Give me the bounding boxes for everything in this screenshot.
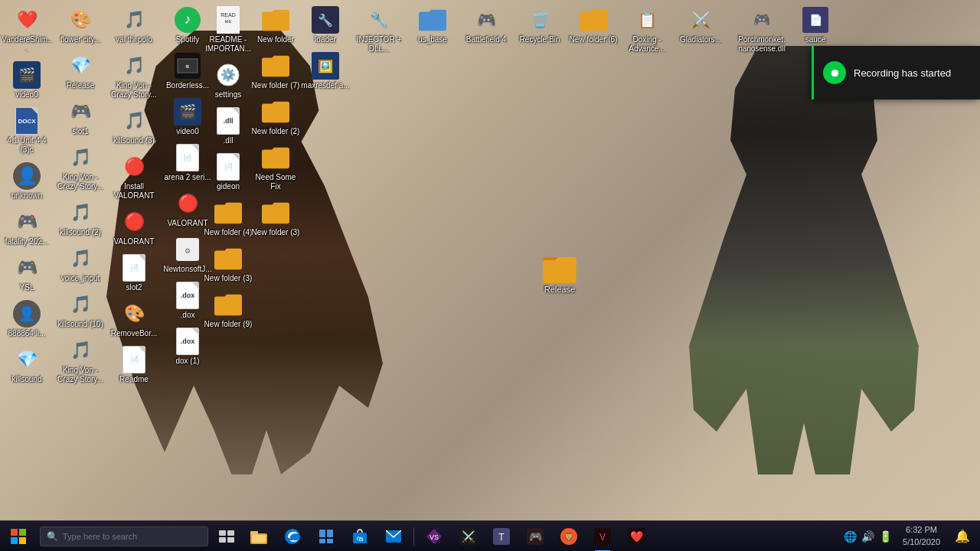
icon-unknown[interactable]: 👤 unknown — [0, 159, 54, 204]
icon-col-5: README README - IMPORTAN... ⚙️ settings … — [201, 3, 255, 332]
icon-king-von-2[interactable]: 🎵 King Von - Crazy Story... — [54, 334, 107, 387]
taskbar-teams[interactable]: T — [485, 521, 518, 552]
svg-text:⚔️: ⚔️ — [462, 530, 475, 543]
icon-battlefield[interactable]: 🎮 Battlefield 4 — [459, 3, 513, 57]
recording-notification: Recording has started — [812, 46, 980, 99]
icon-slot2[interactable]: 📄 slot2 — [107, 251, 161, 295]
icon-recycle-bin[interactable]: 🗑️ Recycle Bin — [513, 3, 567, 57]
icon-removebor[interactable]: 🎨 RemoveBor... — [107, 297, 161, 341]
icon-maxresdef[interactable]: 🖼️ maxresdef a... — [299, 49, 352, 93]
clock-time: 6:32 PM — [906, 524, 937, 536]
taskbar-divider-1 — [413, 527, 414, 546]
svg-rect-34 — [327, 539, 333, 543]
icon-new-folder-9[interactable]: New folder (9) — [201, 288, 255, 332]
icon-doxing[interactable]: 📋 Doxing - Advance... — [620, 3, 674, 57]
taskbar-brave[interactable]: 🦁 — [552, 521, 586, 552]
svg-rect-28 — [250, 531, 258, 535]
taskbar-edge[interactable] — [276, 521, 309, 552]
svg-text:T: T — [498, 532, 505, 543]
recording-text: Recording has started — [854, 67, 951, 79]
taskbar: 🔍 — [0, 520, 980, 551]
icon-need-some-fix[interactable]: Need Some Fix — [249, 141, 302, 194]
taskbar-tray: 🌐 🔊 🔋 6:32 PM 5/10/2020 🔔 — [838, 521, 980, 552]
svg-rect-25 — [219, 537, 226, 543]
icon-ysl[interactable]: 🎮 YSL — [0, 251, 54, 295]
start-button[interactable] — [0, 521, 37, 552]
icon-col-3: 🎵 val thi polo 🎵 King Von - Crazy Story.… — [107, 3, 161, 387]
icon-flower-city[interactable]: 🎨 flower city... — [54, 3, 107, 47]
icon-new-folder-2[interactable]: New folder (2) — [249, 95, 302, 139]
icon-voice-input[interactable]: 🎵 voice_input — [54, 242, 107, 286]
icon-killsound-10[interactable]: 🎵 killsound (10) — [54, 288, 107, 332]
icon-porchmonket[interactable]: 🎮 Porchmonket. nanosense.dll — [735, 3, 789, 57]
icon-gladiators[interactable]: ⚔️ Gladiators... — [674, 3, 727, 57]
svg-text:READ: READ — [220, 12, 235, 18]
taskbar-heart-app[interactable]: ❤️ — [619, 521, 653, 552]
taskbar-valorant[interactable]: V — [586, 521, 619, 552]
svg-rect-20 — [19, 529, 26, 536]
icon-val-thi[interactable]: 🎵 val thi polo — [107, 3, 161, 47]
svg-text:📄: 📄 — [809, 14, 823, 27]
svg-rect-32 — [327, 530, 333, 537]
svg-text:🖼️: 🖼️ — [318, 59, 333, 73]
tray-battery[interactable]: 🔋 — [879, 530, 892, 543]
svg-text:■: ■ — [186, 63, 190, 70]
icon-king-von-3[interactable]: 🎵 King Von - Crazy Story... — [107, 49, 161, 103]
svg-text:🔧: 🔧 — [318, 13, 333, 28]
icon-col-7: 🔧 loader 🖼️ maxresdef a... — [299, 3, 352, 93]
icon-4-1-unit[interactable]: DOCX 4.1 Unit 4 4 (3)c — [0, 104, 54, 158]
release-folder-desktop[interactable]: Release — [532, 253, 587, 297]
icon-gideon[interactable]: 📄 gideon — [201, 150, 255, 194]
icon-888[interactable]: 👤 888864 li... — [0, 297, 54, 341]
taskbar-files[interactable] — [309, 521, 343, 552]
icon-readme-important[interactable]: README README - IMPORTAN... — [201, 3, 255, 57]
icon-slot1[interactable]: 🎮 slot1 — [54, 95, 107, 139]
taskbar-game1[interactable]: ⚔️ — [451, 521, 485, 552]
icon-dll[interactable]: .dll .dll — [201, 104, 255, 148]
taskbar-mail[interactable] — [377, 521, 410, 552]
recording-icon — [823, 61, 846, 84]
taskbar-search[interactable]: 🔍 — [40, 527, 208, 546]
icon-valorant-1[interactable]: 🔴 VALORANT — [107, 205, 161, 249]
icon-killsound-main[interactable]: 💎 killsound — [0, 343, 54, 387]
notification-button[interactable]: 🔔 — [951, 521, 974, 552]
icon-settings[interactable]: ⚙️ settings — [201, 58, 255, 103]
clock-date: 5/10/2020 — [903, 536, 940, 548]
search-input[interactable] — [63, 532, 201, 541]
svg-rect-24 — [227, 530, 234, 536]
icon-loader[interactable]: 🔧 loader — [299, 3, 352, 47]
svg-text:🦁: 🦁 — [564, 531, 574, 542]
task-view-button[interactable] — [211, 521, 242, 552]
svg-rect-23 — [219, 530, 226, 536]
taskbar-vs[interactable]: VS — [417, 521, 451, 552]
top-row-extra: 🔧 INJECTOR + DLL... us_base 🎮 Battlefiel… — [352, 3, 727, 57]
icon-killsound-3[interactable]: 🎵 killsound (3) — [107, 104, 161, 148]
tray-network[interactable]: 🌐 — [844, 530, 857, 543]
icon-injector-dll[interactable]: 🔧 INJECTOR + DLL... — [352, 3, 406, 57]
icon-install-valorant[interactable]: 🔴 Install VALORANT — [107, 150, 161, 204]
icon-new-folder-7[interactable]: New folder (7) — [249, 49, 302, 93]
svg-rect-26 — [227, 537, 234, 543]
svg-text:ME: ME — [225, 19, 232, 24]
icon-fatality[interactable]: 🎮 fatality 202... — [0, 205, 54, 249]
taskbar-clock[interactable]: 6:32 PM 5/10/2020 — [897, 524, 946, 548]
icon-us-base[interactable]: us_base — [406, 3, 459, 57]
icon-new-folder-6[interactable]: New folder (6) — [567, 3, 620, 57]
taskbar-game2[interactable]: 🎮 — [518, 521, 552, 552]
svg-text:V: V — [599, 532, 606, 543]
icon-vandereshim[interactable]: ❤️ VandereShim... — [0, 3, 54, 57]
icon-release[interactable]: 💎 Release — [54, 49, 107, 93]
icon-new-folder-main[interactable]: New folder — [249, 3, 302, 47]
icon-col-6: New folder New folder (7) New folder (2)… — [249, 3, 302, 240]
icon-killsound-2[interactable]: 🎵 killsound (2) — [54, 196, 107, 240]
icon-new-folder-3b[interactable]: New folder (3) — [201, 242, 255, 286]
tray-volume[interactable]: 🔊 — [861, 530, 874, 543]
icon-king-von-1[interactable]: 🎵 King Von - Crazy Story... — [54, 141, 107, 194]
icon-readme[interactable]: 📄 Readme — [107, 343, 161, 387]
taskbar-file-explorer[interactable] — [242, 521, 276, 552]
icon-new-folder-3c[interactable]: New folder (3) — [249, 196, 302, 240]
search-icon: 🔍 — [47, 531, 58, 542]
taskbar-store[interactable]: 🛍 — [343, 521, 377, 552]
icon-new-folder-4[interactable]: New folder (4) — [201, 196, 255, 240]
icon-video0[interactable]: 🎬 video0 — [0, 58, 54, 103]
